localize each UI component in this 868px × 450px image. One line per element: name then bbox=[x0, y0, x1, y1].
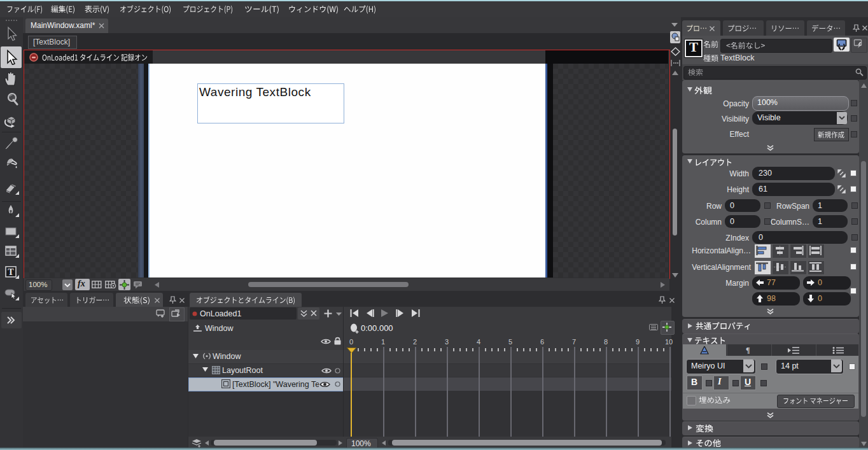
svg-text:T: T bbox=[8, 267, 14, 277]
